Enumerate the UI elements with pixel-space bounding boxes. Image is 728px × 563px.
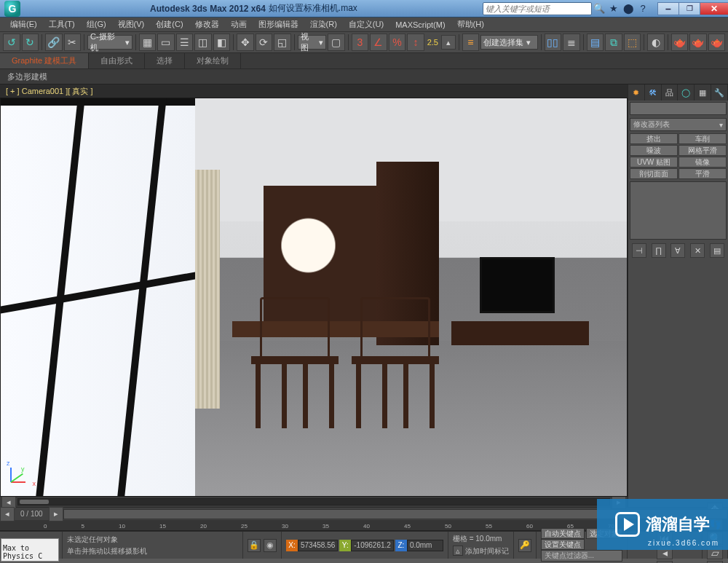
app-icon[interactable]: G <box>4 1 20 17</box>
pivot-icon[interactable]: ▢ <box>328 34 345 51</box>
watermark-play-icon <box>615 512 640 537</box>
menu-views[interactable]: 视图(V) <box>112 19 151 30</box>
ref-coord-select[interactable]: 视图▾ <box>298 35 326 50</box>
coord-x[interactable]: X:573458.56 <box>286 540 338 551</box>
menu-create[interactable]: 创建(C) <box>150 19 189 30</box>
maxscript-listener[interactable]: Max to Physics C <box>1 538 59 562</box>
ribbon-tab-graphite[interactable]: Graphite 建模工具 <box>0 53 89 68</box>
mod-extrude[interactable]: 挤出 <box>630 133 678 144</box>
select-region-icon[interactable]: ◫ <box>194 34 212 51</box>
cmd-tab-modify[interactable]: 🛠 <box>645 84 662 101</box>
link-button[interactable]: 🔗 <box>45 34 63 51</box>
coord-z[interactable]: Z:0.0mm <box>395 540 443 551</box>
render-production-icon[interactable]: 🫖 <box>708 34 726 51</box>
cmd-tab-hierarchy[interactable]: 品 <box>662 84 678 101</box>
menu-animation[interactable]: 动画 <box>225 19 253 30</box>
modifier-list-dropdown[interactable]: 修改器列表▾ <box>630 118 727 131</box>
key-mode-icon[interactable]: 🔑 <box>518 539 531 552</box>
remove-modifier-icon[interactable]: ✕ <box>690 243 705 258</box>
cmd-tab-create[interactable]: ✹ <box>628 84 645 101</box>
grid-label: 栅格 <box>453 535 467 543</box>
render-setup-icon[interactable]: 🫖 <box>671 34 689 51</box>
menu-grapheditors[interactable]: 图形编辑器 <box>253 19 304 30</box>
menu-maxscript[interactable]: MAXScript(M) <box>389 20 451 29</box>
redo-button[interactable]: ↻ <box>22 34 39 51</box>
menu-modifiers[interactable]: 修改器 <box>189 19 225 30</box>
spinner-up-icon[interactable]: ▴ <box>441 35 456 50</box>
rotate-icon[interactable]: ⟳ <box>256 34 273 51</box>
ribbon-tab-selection[interactable]: 选择 <box>145 53 185 68</box>
isolate-toggle-icon[interactable]: ◉ <box>264 539 277 552</box>
schematic-view-icon[interactable]: ⬚ <box>624 34 641 51</box>
help-search[interactable] <box>483 2 592 15</box>
mod-uvwmap[interactable]: UVW 贴图 <box>630 157 678 168</box>
mod-mirror[interactable]: 镜像 <box>678 157 727 168</box>
viewport-scroll-horizontal[interactable]: ◂ ▸ <box>0 497 628 507</box>
spinner-snap-icon[interactable]: ↕ <box>407 34 424 51</box>
globe-icon[interactable]: ⬤ <box>622 2 635 15</box>
time-tag-icon[interactable]: ▵ <box>453 546 463 556</box>
align-icon[interactable]: ≣ <box>563 34 580 51</box>
menu-help[interactable]: 帮助(H) <box>451 19 490 30</box>
cmd-tab-motion[interactable]: ◯ <box>678 84 695 101</box>
ribbon-panel-label[interactable]: 多边形建模 <box>0 69 728 84</box>
pin-stack-icon[interactable]: ⊣ <box>632 243 646 258</box>
orbit-icon[interactable]: ⟲ <box>707 561 723 564</box>
layer-manager-icon[interactable]: ▤ <box>587 34 604 51</box>
search-icon[interactable]: 🔍 <box>593 2 606 15</box>
unlink-button[interactable]: ✂ <box>64 34 82 51</box>
help-search-input[interactable] <box>486 4 589 13</box>
menu-group[interactable]: 组(G) <box>81 19 112 30</box>
close-button[interactable] <box>700 2 728 15</box>
mod-smooth[interactable]: 平滑 <box>678 168 727 179</box>
show-end-result-icon[interactable]: ∏ <box>652 243 666 258</box>
select-filter-icon[interactable]: ▦ <box>139 34 157 51</box>
mod-lathe[interactable]: 车削 <box>678 133 727 144</box>
camera-select[interactable]: C-摄影机▾ <box>87 35 132 50</box>
ribbon-tab-objectpaint[interactable]: 对象绘制 <box>185 53 241 68</box>
set-key-button[interactable]: 设置关键点 <box>541 539 585 550</box>
cmd-tab-display[interactable]: ▦ <box>695 84 711 101</box>
menu-customize[interactable]: 自定义(U) <box>343 19 389 30</box>
configure-sets-icon[interactable]: ▤ <box>710 243 724 258</box>
lock-selection-icon[interactable]: 🔒 <box>248 539 261 552</box>
menu-render[interactable]: 渲染(R) <box>304 19 343 30</box>
angle-snap-icon[interactable]: ∠ <box>370 34 387 51</box>
favorite-icon[interactable]: ★ <box>607 2 620 15</box>
viewport-label[interactable]: [ + ] Camera001 ][ 真实 ] <box>0 84 628 98</box>
scale-icon[interactable]: ◱ <box>274 34 291 51</box>
cmd-tab-utilities[interactable]: 🔧 <box>711 84 728 101</box>
mod-noise[interactable]: 噪波 <box>630 145 678 156</box>
menu-tools[interactable]: 工具(T) <box>43 19 81 30</box>
auto-key-button[interactable]: 自动关键点 <box>541 528 585 539</box>
mirror-icon[interactable]: ▯▯ <box>545 34 562 51</box>
make-unique-icon[interactable]: ∀ <box>670 243 685 258</box>
window-crossing-icon[interactable]: ◧ <box>213 34 231 51</box>
menu-edit[interactable]: 编辑(E) <box>4 19 43 30</box>
ribbon-tab-freeform[interactable]: 自由形式 <box>89 53 145 68</box>
object-name-field[interactable] <box>630 102 727 115</box>
time-prev-icon[interactable]: ◂ <box>0 507 15 521</box>
move-icon[interactable]: ✥ <box>237 34 254 51</box>
render-frame-icon[interactable]: 🫖 <box>689 34 707 51</box>
help-icon[interactable]: ? <box>636 2 649 15</box>
modifier-stack[interactable] <box>630 181 727 240</box>
key-filter-dropdown[interactable]: 关键点过滤器... <box>541 550 623 562</box>
curve-editor-icon[interactable]: ⧉ <box>605 34 622 51</box>
mod-meshsmooth[interactable]: 网格平滑 <box>678 145 727 156</box>
edit-named-selection-icon[interactable]: ≡ <box>462 34 480 51</box>
snap-toggle-icon[interactable]: 3 <box>352 34 369 51</box>
viewport[interactable]: z x y <box>0 98 628 497</box>
coord-y[interactable]: Y:-1096261.2 <box>339 540 394 551</box>
select-name-icon[interactable]: ☰ <box>176 34 194 51</box>
percent-snap-icon[interactable]: % <box>389 34 406 51</box>
undo-button[interactable]: ↺ <box>3 34 20 51</box>
select-object-icon[interactable]: ▭ <box>157 34 175 51</box>
material-editor-icon[interactable]: ◐ <box>647 34 665 51</box>
time-next-icon[interactable]: ▸ <box>49 507 63 521</box>
mod-slice[interactable]: 剖切面面 <box>630 168 678 179</box>
minimize-button[interactable] <box>657 2 679 15</box>
maximize-button[interactable] <box>678 2 700 15</box>
named-selection-set[interactable]: 创建选择集▾ <box>480 35 537 50</box>
add-time-marker[interactable]: 添加时间标记 <box>465 547 509 555</box>
